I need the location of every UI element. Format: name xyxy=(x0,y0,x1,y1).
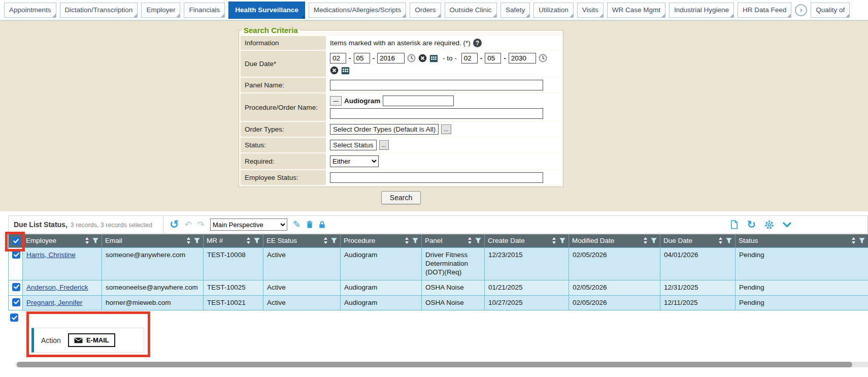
tab-outside-clinic[interactable]: Outside Clinic xyxy=(445,3,497,18)
column-header-procedure: Procedure xyxy=(341,234,422,248)
calendar-icon[interactable] xyxy=(341,66,350,75)
tab-financials[interactable]: Financials xyxy=(184,3,225,18)
sort-icon[interactable] xyxy=(468,237,472,244)
column-header-email: Email xyxy=(102,234,204,248)
due-from-month-input[interactable] xyxy=(330,53,346,64)
status-value[interactable]: Select Status xyxy=(330,140,377,150)
employee-link[interactable]: Anderson, Frederick xyxy=(26,284,88,291)
lock-perspective-icon[interactable] xyxy=(319,221,325,229)
due-to-month-input[interactable] xyxy=(461,53,478,64)
employee-link[interactable]: Harris, Christine xyxy=(26,251,76,259)
panel-name-input[interactable] xyxy=(330,80,543,90)
clear-date-icon[interactable] xyxy=(330,66,339,75)
mr-text: TEST-10025 xyxy=(207,284,246,291)
tab-medications-allergies-scripts[interactable]: Medications/Allergies/Scripts xyxy=(309,3,407,18)
due-list-results: Due List Status, 3 records, 3 records se… xyxy=(8,215,868,367)
tab-quality-of[interactable]: Quality of xyxy=(811,3,850,18)
filter-icon[interactable] xyxy=(651,238,657,244)
email-button[interactable]: E-MAIL xyxy=(68,333,115,347)
tab-safety[interactable]: Safety xyxy=(500,3,530,18)
refresh-icon[interactable]: ↻ xyxy=(747,219,756,230)
remove-procedure-button[interactable]: — xyxy=(330,96,342,106)
cell-procedure: Audiogram xyxy=(341,295,422,310)
due-from-day-input[interactable] xyxy=(354,53,370,64)
search-criteria-title: Search Criteria xyxy=(242,26,300,35)
reset-icon[interactable]: ↺ xyxy=(170,219,179,230)
collapse-chevron-icon[interactable] xyxy=(783,222,791,228)
tab-label: Safety xyxy=(506,6,525,14)
filter-icon[interactable] xyxy=(92,238,98,244)
search-button[interactable]: Search xyxy=(381,191,421,204)
filter-icon[interactable] xyxy=(254,238,260,244)
footer-select-checkbox[interactable] xyxy=(10,313,18,322)
filter-icon[interactable] xyxy=(475,238,481,244)
due-to-year-input[interactable] xyxy=(509,53,536,64)
employee-status-label: Employee Status: xyxy=(241,170,326,185)
tab-visits[interactable]: Visits xyxy=(577,3,604,18)
tab-utilization[interactable]: Utilization xyxy=(533,3,574,18)
sort-icon[interactable] xyxy=(718,237,723,244)
gear-icon[interactable] xyxy=(764,220,774,230)
table-row: Harris, Christine someone@anywhere.com T… xyxy=(9,248,868,280)
filter-icon[interactable] xyxy=(726,238,732,244)
mr-text: TEST-10008 xyxy=(207,251,246,259)
due-to-day-input[interactable] xyxy=(485,53,501,64)
sort-icon[interactable] xyxy=(85,237,89,244)
order-types-value[interactable]: Select Order Types (Default is All) xyxy=(330,124,439,135)
edit-perspective-icon[interactable]: ✎ xyxy=(293,220,301,229)
clock-icon[interactable] xyxy=(407,54,416,62)
filter-icon[interactable] xyxy=(412,238,418,244)
tab-orders[interactable]: Orders xyxy=(410,3,441,18)
tab-label: HR Data Feed xyxy=(743,6,786,14)
nav-back-icon[interactable]: ↶ xyxy=(184,221,191,229)
tab-overflow-icon[interactable]: › xyxy=(795,4,807,16)
filter-icon[interactable] xyxy=(559,238,565,244)
perspective-select[interactable]: Main Perspective xyxy=(210,218,287,231)
sort-icon[interactable] xyxy=(405,237,409,244)
new-document-icon[interactable] xyxy=(730,220,738,229)
due-date-label: Due Date* xyxy=(241,51,326,77)
help-icon[interactable]: ? xyxy=(473,39,482,47)
tab-employer[interactable]: Employer xyxy=(141,3,180,18)
clear-date-icon[interactable] xyxy=(418,54,427,62)
status-more-button[interactable]: ... xyxy=(379,140,389,150)
tab-industrial-hygiene[interactable]: Industrial Hygiene xyxy=(669,3,734,18)
employee-status-input[interactable] xyxy=(330,172,543,183)
ee-status-text: Active xyxy=(267,299,286,306)
nav-forward-icon[interactable]: ↷ xyxy=(197,221,205,229)
required-select[interactable]: Either xyxy=(330,155,379,167)
procedure-order-name-input[interactable] xyxy=(330,108,543,119)
tab-hr-data-feed[interactable]: HR Data Feed xyxy=(738,3,791,18)
tab-appointments[interactable]: Appointments xyxy=(4,3,56,18)
tab-wr-case-mgmt[interactable]: WR Case Mgmt xyxy=(607,3,665,18)
select-all-checkbox[interactable] xyxy=(12,237,20,245)
due-from-year-input[interactable] xyxy=(377,53,405,64)
row-checkbox[interactable] xyxy=(12,298,20,306)
chevron-right-icon: › xyxy=(799,6,803,15)
sort-icon[interactable] xyxy=(851,237,856,244)
tab-dictation-transcription[interactable]: Dictation/Transcription xyxy=(60,3,138,18)
filter-icon[interactable] xyxy=(859,238,865,244)
sort-icon[interactable] xyxy=(323,237,328,244)
sort-icon[interactable] xyxy=(186,237,191,244)
employee-link[interactable]: Pregnant, Jennifer xyxy=(26,299,82,306)
table-header-row: Employee Email MR # EE Status Procedure … xyxy=(9,234,868,248)
column-label: Modified Date xyxy=(572,237,614,244)
cell-create-date: 12/23/2015 xyxy=(485,248,569,280)
row-checkbox[interactable] xyxy=(12,283,20,291)
clock-icon[interactable] xyxy=(539,54,547,62)
cell-status: Pending xyxy=(736,280,868,295)
row-checkbox[interactable] xyxy=(12,250,20,259)
scrollbar-thumb[interactable] xyxy=(17,362,852,367)
tab-health-surveillance[interactable]: Health Surveillance xyxy=(228,2,305,19)
cell-employee: Harris, Christine xyxy=(23,248,102,280)
procedure-value-input[interactable] xyxy=(383,96,454,106)
order-types-more-button[interactable]: ... xyxy=(441,124,451,134)
filter-icon[interactable] xyxy=(194,238,200,244)
sort-icon[interactable] xyxy=(552,237,556,244)
delete-perspective-icon[interactable] xyxy=(306,221,313,229)
filter-icon[interactable] xyxy=(331,238,337,244)
sort-icon[interactable] xyxy=(246,237,251,244)
sort-icon[interactable] xyxy=(643,237,648,244)
calendar-icon[interactable] xyxy=(429,54,438,62)
